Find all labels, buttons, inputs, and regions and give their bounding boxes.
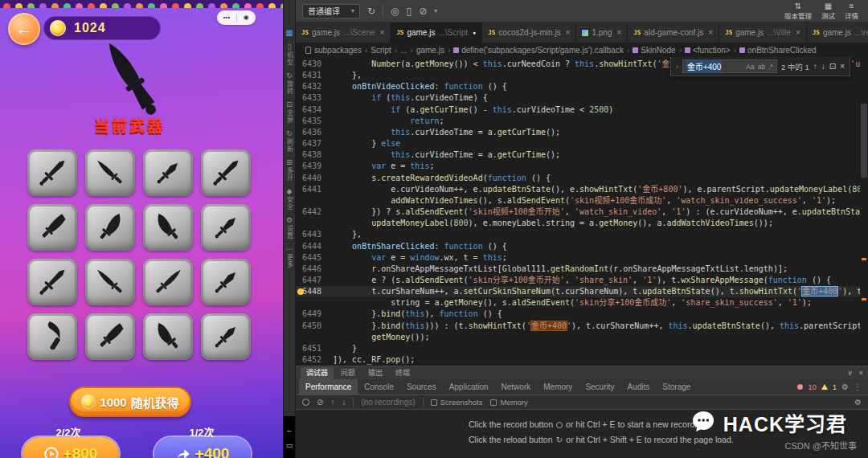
code-line[interactable]: 6445 var e = window.wx, t = this; <box>296 252 860 264</box>
weapon-tile-dagger[interactable] <box>143 149 193 196</box>
compile-refresh-button[interactable]: ↻ <box>367 6 375 16</box>
remote-debug-button[interactable]: ▯ <box>407 6 412 16</box>
code-editor[interactable]: 6430 Number(a.getMoney()) < this.curNeed… <box>296 57 868 366</box>
random-obtain-button[interactable]: 1000 随机获得 <box>69 386 191 417</box>
code-line[interactable]: string = a.getMoney(), s.aldSendEvent('s… <box>296 297 860 309</box>
code-line[interactable]: 6448 t.curShareNum++, a.setCurSkinShareN… <box>296 286 860 297</box>
modified-dot-icon[interactable]: ● <box>473 30 476 35</box>
more-button[interactable]: ⋯更多 <box>285 245 294 268</box>
devtools-tab-application[interactable]: Application <box>443 379 495 395</box>
test-button[interactable]: ▦测试 <box>821 2 835 20</box>
weapon-tile-sword[interactable] <box>201 149 251 196</box>
menu-grid-button[interactable]: ▦ <box>285 29 293 37</box>
search-input[interactable]: 金币+400 Aa ab .* <box>682 59 777 73</box>
refresh-button[interactable]: ↻刷新 <box>285 129 294 153</box>
code-line[interactable]: 6446 r.onShareAppMessageTxtList[Global11… <box>296 264 860 275</box>
close-find-icon[interactable]: × <box>840 62 845 71</box>
warning-count[interactable]: 1 <box>833 382 837 391</box>
editor-scrollbar[interactable] <box>860 57 868 366</box>
editor-tab[interactable]: 1.png× <box>576 22 628 43</box>
back-nav-icon[interactable]: ← <box>286 426 293 434</box>
code-area[interactable]: 6430 Number(a.getMoney()) < this.curNeed… <box>296 59 860 366</box>
devtools-tab-console[interactable]: Console <box>358 379 400 395</box>
breadcrumb-item[interactable]: define('subpackages/Script/game.js').cal… <box>453 46 624 55</box>
code-line[interactable]: getMoney()); <box>296 332 860 343</box>
weapon-tile-machete[interactable] <box>27 204 77 251</box>
code-line[interactable]: 6443 }, <box>296 229 860 240</box>
weapon-tile-dagger[interactable] <box>201 313 251 360</box>
checkbox-screenshots[interactable]: Screenshots <box>431 398 483 407</box>
error-count[interactable]: 10 <box>808 382 817 391</box>
find-previous-icon[interactable]: ↑ <box>813 62 817 71</box>
whole-word-icon[interactable]: ab <box>758 63 765 71</box>
panel-tab-2[interactable]: 输出 <box>362 367 388 379</box>
find-in-selection-icon[interactable]: ⊡ <box>829 62 836 71</box>
preview-button[interactable]: ◎ <box>391 6 399 16</box>
breadcrumb-item[interactable]: game.js <box>416 46 444 55</box>
more-options-icon[interactable]: ⋮ <box>854 382 862 391</box>
exit-icon[interactable]: ◉ <box>237 10 256 25</box>
breadcrumb-item[interactable]: SkinNode <box>633 46 675 55</box>
code-line[interactable]: 6436 this.curVideoTime = a.getCurTime(); <box>296 127 860 138</box>
more-menu-icon[interactable]: ••• <box>217 10 236 25</box>
scrollbar-thumb[interactable] <box>861 104 867 178</box>
clear-icon[interactable]: ⊘ <box>317 398 323 407</box>
code-line[interactable]: 6434 if (a.getCurTime() - this.curVideoT… <box>296 104 860 116</box>
fullscreen-button[interactable]: ⊡全屏 <box>285 100 294 124</box>
multi-window-button[interactable]: ⊞多开 <box>285 158 294 182</box>
weapon-tile-machete[interactable] <box>85 313 135 360</box>
chevron-down-icon[interactable]: ▾ <box>434 7 437 14</box>
capture-settings-gear-icon[interactable]: ⚙ <box>854 398 862 407</box>
devtools-tab-memory[interactable]: Memory <box>537 379 579 395</box>
settings-gear-icon[interactable]: ⚙ <box>841 382 849 391</box>
code-line[interactable]: 6452]), cc._RF.pop(); <box>296 354 860 366</box>
code-line[interactable]: 6432 onBtnVideoClicked: function () { <box>296 81 860 92</box>
watch-video-reward-button[interactable]: +800 <box>23 437 119 458</box>
devtools-tab-sources[interactable]: Sources <box>400 379 443 395</box>
devtools-tab-storage[interactable]: Storage <box>656 379 697 395</box>
close-tab-icon[interactable]: × <box>708 28 713 37</box>
close-tab-icon[interactable]: × <box>796 28 800 37</box>
code-line[interactable]: 6438 this.curVideoTime = a.getCurTime(); <box>296 149 860 161</box>
share-reward-button[interactable]: +400 <box>154 437 251 458</box>
weapon-tile-dagger[interactable] <box>201 204 251 251</box>
security-button[interactable]: ◆安全 <box>285 187 294 211</box>
code-line[interactable]: 6433 if (this.curVideoTime) { <box>296 92 860 104</box>
breadcrumb-item[interactable]: subpackages <box>314 46 362 55</box>
device-button[interactable]: ▯机型 <box>285 43 294 66</box>
code-line[interactable]: addWatchVideoTimes(), s.aldSendEvent('sk… <box>296 195 860 207</box>
panel-tab-1[interactable]: 问题 <box>335 367 361 379</box>
screen-icon[interactable]: ▭ <box>286 441 293 449</box>
breadcrumb-item[interactable]: ... <box>400 46 407 55</box>
devtools-tab-audits[interactable]: Audits <box>621 379 657 395</box>
devtools-tab-network[interactable]: Network <box>495 379 538 395</box>
weapon-tile-scimitar[interactable] <box>85 204 135 251</box>
weapon-tile-scimitar[interactable] <box>143 313 193 360</box>
record-button[interactable] <box>302 399 309 406</box>
code-line[interactable]: 6441 e.curVideoNum++, e.updateBtnState()… <box>296 184 860 195</box>
devtools-tab-performance[interactable]: Performance <box>299 379 358 395</box>
editor-tab[interactable]: JSgame.js...\res× <box>807 22 868 43</box>
breadcrumb-item[interactable]: onBtnShareClicked <box>739 46 817 55</box>
save-profile-icon[interactable]: ↓ <box>342 398 346 407</box>
clear-cache-button[interactable]: ⊘ <box>419 6 427 16</box>
load-profile-icon[interactable]: ↑ <box>330 398 334 407</box>
editor-tab[interactable]: JSgame.js...\Scene× <box>296 22 391 43</box>
checkbox-memory[interactable]: Memory <box>490 398 527 407</box>
breadcrumb-item[interactable]: <function> <box>685 46 731 55</box>
code-line[interactable]: 6449 }.bind(this), function () { <box>296 309 860 320</box>
editor-tab[interactable]: JSald-game-conf.js× <box>628 22 719 43</box>
code-line[interactable]: 6447 e ? (s.aldSendEvent('skin分享+100金币开始… <box>296 275 860 286</box>
code-line[interactable]: 6440 s.createRewardedVideoAd(function ()… <box>296 173 860 184</box>
rotate-button[interactable]: ↻旋转 <box>285 72 294 95</box>
compile-mode-select[interactable]: 普通编译 ▾ <box>302 4 360 18</box>
panel-tab-3[interactable]: 终端 <box>390 367 416 379</box>
match-case-icon[interactable]: Aa <box>746 63 754 71</box>
find-next-icon[interactable]: ↓ <box>821 62 825 71</box>
weapon-tile-katana[interactable] <box>143 259 193 305</box>
code-line[interactable]: 6442 }) ? s.aldSendEvent('skin视频+100金币开始… <box>296 207 860 218</box>
toggle-replace-icon[interactable]: › <box>676 63 678 71</box>
code-line[interactable]: 6435 return; <box>296 116 860 127</box>
weapon-tile-katana[interactable] <box>85 149 135 196</box>
devtools-tab-security[interactable]: Security <box>579 379 620 395</box>
